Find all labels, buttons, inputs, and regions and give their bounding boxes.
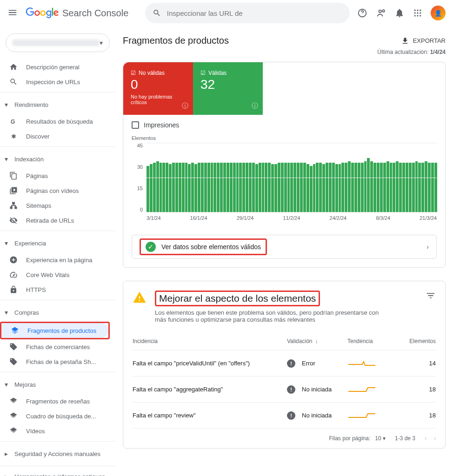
next-page-button[interactable]: › xyxy=(434,435,436,442)
sidebar-item-cwv[interactable]: Core Web Vitals xyxy=(0,267,110,282)
sidebar-item-search-results[interactable]: GResultados de búsqueda xyxy=(0,114,110,129)
sidebar-item-page-experience[interactable]: Experiencia en la página xyxy=(0,252,110,267)
rows-per-page-label: Filas por página: xyxy=(329,435,371,442)
sidebar-item-videos[interactable]: Vídeos xyxy=(0,423,110,438)
rows-per-page-select[interactable]: 10 ▾ xyxy=(375,435,386,442)
cell-trend xyxy=(347,383,394,396)
users-icon[interactable] xyxy=(376,8,386,18)
sidebar-section-experience[interactable]: ▾Experiencia xyxy=(0,234,115,252)
avatar[interactable]: 👤 xyxy=(431,6,446,20)
sidebar-item-url-inspection[interactable]: Inspección de URLs xyxy=(0,74,110,89)
sidebar-label: Fichas de la pestaña Sh... xyxy=(26,358,96,365)
checkbox-icon[interactable] xyxy=(132,121,139,129)
chart-y-label: Elementos xyxy=(132,135,437,141)
sidebar-label: Páginas xyxy=(26,172,48,179)
svg-point-1 xyxy=(379,10,381,13)
sidebar-item-sitemaps[interactable]: Sitemaps xyxy=(0,198,110,213)
help-icon[interactable]: ⓘ xyxy=(182,102,188,110)
sidebar-item-https[interactable]: HTTPS xyxy=(0,282,110,297)
status-sub: No hay problemas críticos xyxy=(131,94,186,105)
chevron-down-icon: ▾ xyxy=(5,381,8,388)
col-incidence[interactable]: Incidencia xyxy=(133,338,287,344)
chevron-right-icon: ▸ xyxy=(5,473,8,476)
cell-validation: !No iniciada xyxy=(287,411,347,420)
valid-elements-link[interactable]: ✓ Ver datos sobre elementos válidos › xyxy=(132,235,437,259)
export-button[interactable]: EXPORTAR xyxy=(401,37,446,45)
sidebar-section-label: Seguridad y Acciones manuales xyxy=(14,450,100,457)
sidebar-label: Resultados de búsqueda xyxy=(26,118,93,125)
impressions-toggle[interactable]: Impresiones xyxy=(123,115,445,135)
sidebar-item-sitelinks-search[interactable]: Cuadro de búsqueda de... xyxy=(0,409,110,423)
status-card-invalid[interactable]: ☑No válidas 0 No hay problemas críticos … xyxy=(123,62,193,115)
sidebar-section-security[interactable]: ▸Seguridad y Acciones manuales xyxy=(0,444,115,463)
info-badge-icon: ! xyxy=(287,359,295,368)
cell-elements: 14 xyxy=(394,360,436,367)
cell-incidence: Falta el campo "priceValidUntil" (en "of… xyxy=(133,360,287,367)
sidebar-label: Discover xyxy=(26,133,50,140)
svg-point-2 xyxy=(382,10,385,12)
col-elements[interactable]: Elementos xyxy=(394,338,436,344)
col-trend[interactable]: Tendencia xyxy=(347,338,394,344)
filter-icon[interactable] xyxy=(426,291,436,302)
cell-elements: 18 xyxy=(394,412,436,419)
sidebar-section-indexing[interactable]: ▾Indexación xyxy=(0,150,115,168)
svg-point-11 xyxy=(420,15,421,16)
sidebar-label: Descripción general xyxy=(26,64,80,71)
col-validation[interactable]: Validación↓ xyxy=(287,338,347,344)
sidebar-label: Vídeos xyxy=(26,428,45,435)
help-icon[interactable] xyxy=(357,8,367,18)
chevron-down-icon: ▾ xyxy=(5,309,8,316)
sidebar-section-label: Herramientas e informes antiguos xyxy=(14,473,105,476)
cell-validation: !Error xyxy=(287,359,347,368)
chart: Elementos 4530150 3/1/2416/1/2429/1/2411… xyxy=(123,135,445,225)
arrow-down-icon: ↓ xyxy=(315,338,318,344)
page-title: Fragmentos de productos xyxy=(123,35,229,46)
tag-icon xyxy=(9,357,18,366)
sidebar-item-pages[interactable]: Páginas xyxy=(0,168,110,183)
sidebar-item-discover[interactable]: ✱Discover xyxy=(0,129,110,144)
layers-icon xyxy=(9,397,18,405)
sidebar-section-label: Experiencia xyxy=(14,240,46,247)
property-selector[interactable]: ▾ xyxy=(6,33,110,52)
menu-icon[interactable] xyxy=(7,7,18,19)
svg-point-8 xyxy=(420,12,421,13)
sidebar-label: Sitemaps xyxy=(26,202,51,209)
sidebar-section-label: Compras xyxy=(14,309,39,316)
table-row[interactable]: Falta el campo "review"!No iniciada18 xyxy=(133,403,436,429)
search-input[interactable] xyxy=(167,9,342,17)
sidebar-item-video-pages[interactable]: Páginas con vídeos xyxy=(0,183,110,198)
cell-validation: !No iniciada xyxy=(287,385,347,394)
apps-icon[interactable] xyxy=(413,8,422,18)
sidebar-section-enhancements[interactable]: ▾Mejoras xyxy=(0,375,115,394)
hide-icon xyxy=(9,216,18,225)
status-count: 32 xyxy=(200,77,255,92)
impressions-label: Impresiones xyxy=(144,121,179,129)
product-name: Search Console xyxy=(62,8,128,19)
chevron-down-icon: ▾ xyxy=(100,39,103,46)
prev-page-button[interactable]: ‹ xyxy=(425,435,426,442)
sidebar-label: Experiencia en la página xyxy=(26,257,92,264)
help-icon[interactable]: ⓘ xyxy=(252,102,258,110)
sidebar-item-merchant-listings[interactable]: Fichas de comerciantes xyxy=(0,339,110,354)
svg-point-7 xyxy=(417,12,418,13)
sidebar-section-performance[interactable]: ▾Rendimiento xyxy=(0,95,115,114)
search-icon xyxy=(9,78,18,86)
checkbox-icon: ☑ xyxy=(200,70,206,76)
sidebar-item-shopping-tab[interactable]: Fichas de la pestaña Sh... xyxy=(0,354,110,369)
sidebar-section-label: Indexación xyxy=(14,156,44,163)
cell-trend xyxy=(347,409,394,422)
sidebar-section-legacy[interactable]: ▸Herramientas e informes antiguos xyxy=(0,469,115,476)
notifications-icon[interactable] xyxy=(394,8,405,18)
sidebar-item-product-snippets[interactable]: Fragmentos de productos xyxy=(1,323,108,338)
status-card-valid[interactable]: ☑Válidas 32 ⓘ xyxy=(193,62,263,115)
svg-rect-14 xyxy=(10,207,12,209)
sidebar-section-shopping[interactable]: ▾Compras xyxy=(0,303,115,322)
table-row[interactable]: Falta el campo "aggregateRating"!No inic… xyxy=(133,377,436,403)
info-badge-icon: ! xyxy=(287,411,295,420)
sidebar-item-removals[interactable]: Retirada de URLs xyxy=(0,213,110,228)
sidebar-item-overview[interactable]: Descripción general xyxy=(0,60,110,74)
svg-point-6 xyxy=(414,12,416,13)
search-box[interactable] xyxy=(145,3,350,23)
sidebar-item-review-snippets[interactable]: Fragmentos de reseñas xyxy=(0,394,110,409)
table-row[interactable]: Falta el campo "priceValidUntil" (en "of… xyxy=(133,350,436,377)
